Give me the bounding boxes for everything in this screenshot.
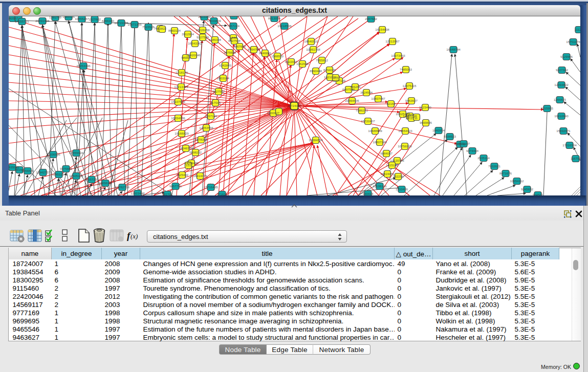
svg-text:14055721: 14055721	[15, 19, 29, 23]
svg-text:6794028: 6794028	[323, 68, 336, 72]
svg-text:1615132: 1615132	[386, 163, 399, 167]
svg-text:8878352: 8878352	[195, 138, 208, 141]
svg-text:924501: 924501	[533, 193, 543, 195]
svg-text:10756928: 10756928	[398, 144, 412, 148]
svg-text:20364436: 20364436	[345, 99, 359, 102]
svg-text:19166829: 19166829	[175, 132, 189, 135]
svg-text:9146821: 9146821	[259, 51, 272, 55]
svg-text:16648784: 16648784	[446, 48, 461, 51]
svg-text:15226058: 15226058	[195, 28, 210, 32]
svg-text:8471676: 8471676	[499, 171, 512, 175]
svg-text:8990448: 8990448	[310, 69, 322, 73]
svg-text:917006: 917006	[210, 101, 221, 104]
svg-text:7663822: 7663822	[154, 27, 167, 30]
svg-text:19654923: 19654923	[398, 129, 412, 133]
svg-text:5698222: 5698222	[189, 150, 202, 154]
svg-text:10961758: 10961758	[306, 48, 320, 51]
svg-text:116753: 116753	[571, 157, 580, 160]
svg-text:16543362: 16543362	[188, 41, 202, 45]
svg-text:23420046: 23420046	[186, 53, 201, 57]
svg-text:12093822: 12093822	[554, 83, 569, 86]
svg-text:1733426: 1733426	[396, 187, 408, 191]
svg-text:8322037: 8322037	[285, 60, 298, 63]
svg-text:2867608: 2867608	[233, 45, 246, 48]
svg-text:9975886: 9975886	[60, 167, 73, 170]
svg-text:10958107: 10958107	[98, 181, 113, 185]
svg-text:9242843: 9242843	[219, 63, 232, 67]
svg-text:18724007: 18724007	[287, 104, 301, 107]
svg-text:17016504: 17016504	[562, 143, 577, 147]
svg-text:15716485: 15716485	[204, 185, 218, 189]
svg-text:11123: 11123	[575, 28, 580, 31]
svg-text:9474444: 9474444	[466, 149, 479, 152]
svg-text:12353594: 12353594	[199, 126, 213, 129]
svg-text:9699695: 9699695	[420, 121, 432, 124]
svg-text:8215955: 8215955	[541, 106, 554, 110]
svg-text:8660124: 8660124	[168, 29, 181, 32]
svg-text:20053346: 20053346	[76, 64, 91, 68]
svg-text:18640910: 18640910	[304, 39, 318, 43]
svg-text:1640954: 1640954	[432, 128, 445, 132]
svg-text:9129966: 9129966	[560, 55, 573, 58]
svg-text:12975115: 12975115	[402, 84, 417, 87]
svg-text:10719155: 10719155	[114, 21, 128, 25]
svg-text:9777169: 9777169	[333, 79, 346, 82]
svg-text:12213967: 12213967	[385, 39, 400, 43]
svg-text:9115460: 9115460	[419, 105, 431, 109]
svg-text:1156829: 1156829	[21, 169, 34, 172]
svg-text:9245652: 9245652	[521, 187, 534, 191]
svg-text:16033809: 16033809	[207, 19, 221, 23]
svg-text:16046798: 16046798	[179, 146, 193, 150]
svg-text:7357224: 7357224	[227, 24, 240, 28]
svg-text:6466160: 6466160	[102, 19, 115, 23]
svg-text:1588520: 1588520	[271, 54, 284, 58]
svg-text:12213369: 12213369	[174, 85, 188, 89]
svg-text:5938923: 5938923	[444, 135, 456, 138]
svg-text:15720407: 15720407	[361, 119, 375, 123]
svg-text:3912954: 3912954	[182, 32, 194, 36]
svg-text:6497568: 6497568	[342, 87, 355, 91]
svg-text:16154808: 16154808	[375, 28, 389, 31]
svg-text:11451194: 11451194	[52, 172, 66, 176]
svg-text:7485063: 7485063	[400, 68, 412, 71]
svg-text:3875685: 3875685	[224, 51, 236, 54]
svg-text:19218506: 19218506	[277, 24, 292, 28]
svg-text:2087682: 2087682	[365, 17, 378, 20]
svg-text:9327508: 9327508	[228, 39, 241, 42]
svg-text:20091406: 20091406	[35, 19, 50, 23]
svg-text:881305: 881305	[229, 16, 239, 17]
svg-text:1391799: 1391799	[49, 16, 62, 19]
svg-text:6479197: 6479197	[458, 142, 470, 145]
svg-text:9463627: 9463627	[405, 99, 418, 102]
svg-text:1362635: 1362635	[296, 62, 309, 65]
svg-text:16107553: 16107553	[171, 100, 185, 103]
svg-text:10688609: 10688609	[368, 129, 382, 133]
svg-text:7955812: 7955812	[316, 58, 329, 62]
svg-text:12923448: 12923448	[130, 191, 145, 195]
svg-text:10855267: 10855267	[75, 17, 89, 20]
svg-text:17957255: 17957255	[84, 178, 99, 181]
svg-text:1603380: 1603380	[198, 16, 211, 18]
svg-text:160414: 160414	[363, 192, 374, 195]
svg-text:17359924: 17359924	[69, 151, 83, 155]
svg-text:8454749: 8454749	[248, 48, 260, 51]
svg-text:16914479: 16914479	[193, 174, 207, 178]
svg-text:1244415: 1244415	[554, 98, 567, 101]
svg-text:10654112: 10654112	[510, 179, 524, 183]
svg-text:10973493: 10973493	[391, 54, 405, 57]
svg-text:7515526: 7515526	[142, 25, 155, 29]
svg-text:(x): (x)	[130, 232, 138, 240]
svg-text:2803144: 2803144	[217, 76, 230, 80]
svg-text:10807487: 10807487	[371, 97, 385, 100]
svg-text:871620: 871620	[217, 192, 228, 195]
svg-text:16782759: 16782759	[115, 185, 129, 189]
svg-text:8427552: 8427552	[212, 90, 225, 93]
svg-text:16671355: 16671355	[127, 23, 142, 26]
svg-text:12505135: 12505135	[69, 174, 83, 178]
svg-text:9327509: 9327509	[197, 35, 209, 39]
svg-text:62160: 62160	[386, 102, 396, 105]
svg-text:7386372: 7386372	[356, 108, 368, 112]
svg-text:1527602: 1527602	[89, 17, 101, 21]
svg-text:2935114: 2935114	[477, 156, 490, 160]
svg-text:15692971: 15692971	[556, 129, 571, 133]
